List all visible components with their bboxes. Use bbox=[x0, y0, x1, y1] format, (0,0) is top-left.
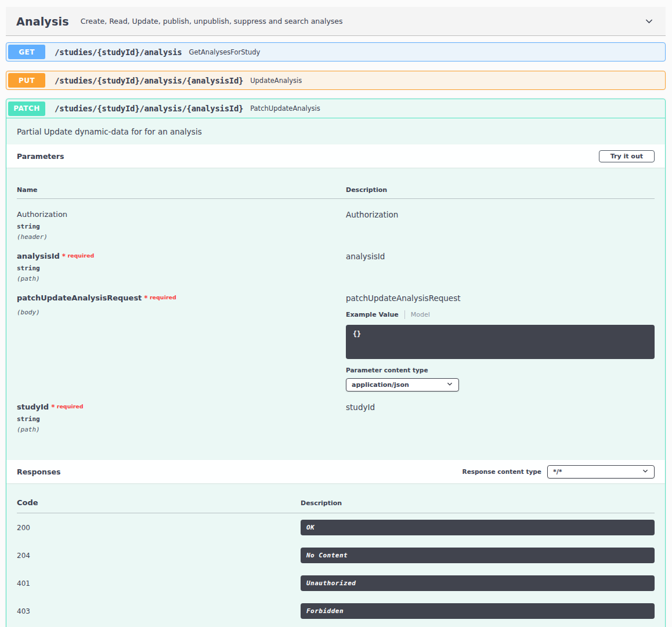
response-code: 204 bbox=[17, 552, 301, 560]
operation-id: PatchUpdateAnalysis bbox=[250, 104, 320, 113]
parameter-content-type-label: Parameter content type bbox=[346, 367, 655, 374]
tag-title: Analysis bbox=[16, 15, 69, 28]
tag-description: Create, Read, Update, publish, unpublish… bbox=[81, 17, 343, 26]
param-type: string bbox=[17, 264, 346, 272]
param-row-analysisid: analysisId* required string (path) analy… bbox=[17, 241, 655, 282]
param-name-cell: patchUpdateAnalysisRequest* required (bo… bbox=[17, 293, 346, 392]
response-content-type-label: Response content type bbox=[463, 468, 541, 475]
chevron-down-icon bbox=[642, 467, 649, 476]
response-code: 200 bbox=[17, 524, 301, 532]
parameters-table: Name Description Authorization string (h… bbox=[6, 168, 665, 460]
response-row-200: 200 OK bbox=[17, 520, 655, 535]
required-marker: * required bbox=[51, 403, 83, 409]
response-content-type: Response content type */* bbox=[463, 465, 655, 479]
selected-value: */* bbox=[553, 468, 562, 476]
param-name: analysisId* required bbox=[17, 252, 346, 260]
param-name-cell: studyId* required string (path) bbox=[17, 403, 346, 433]
parameter-content-type-select[interactable]: application/json bbox=[346, 378, 459, 392]
param-type: string bbox=[17, 223, 346, 230]
chevron-down-icon[interactable] bbox=[644, 16, 654, 26]
column-header-description: Description bbox=[346, 186, 655, 194]
method-badge-patch: PATCH bbox=[8, 102, 45, 116]
example-code-block[interactable]: {} bbox=[346, 325, 655, 359]
responses-section-header: Responses Response content type */* bbox=[6, 460, 665, 483]
response-code: 401 bbox=[17, 579, 301, 588]
method-badge-put: PUT bbox=[8, 73, 45, 88]
opblock-put[interactable]: PUT /studies/{studyId}/analysis/{analysi… bbox=[6, 71, 666, 90]
response-description: OK bbox=[301, 520, 655, 535]
response-description: Forbidden bbox=[301, 603, 655, 619]
opblock-patch: PATCH /studies/{studyId}/analysis/{analy… bbox=[6, 99, 666, 627]
tab-divider bbox=[404, 310, 405, 319]
param-name-cell: analysisId* required string (path) bbox=[17, 252, 346, 282]
method-badge-get: GET bbox=[8, 45, 45, 59]
swagger-page: Analysis Create, Read, Update, publish, … bbox=[0, 0, 672, 627]
parameters-table-head: Name Description bbox=[17, 178, 655, 199]
column-header-name: Name bbox=[17, 186, 346, 194]
param-row-patchupdateanalysisrequest: patchUpdateAnalysisRequest* required (bo… bbox=[17, 282, 655, 392]
selected-value: application/json bbox=[352, 381, 409, 389]
param-description: patchUpdateAnalysisRequest bbox=[346, 293, 655, 303]
tag-header-analysis[interactable]: Analysis Create, Read, Update, publish, … bbox=[6, 7, 666, 36]
param-name-cell: Authorization string (header) bbox=[17, 210, 346, 241]
required-marker: * required bbox=[62, 252, 94, 259]
param-name: studyId* required bbox=[17, 403, 346, 411]
column-header-code: Code bbox=[17, 498, 301, 507]
response-row-401: 401 Unauthorized bbox=[17, 575, 655, 591]
param-desc-cell: Authorization bbox=[346, 210, 655, 241]
param-location: (body) bbox=[17, 309, 346, 316]
endpoint-path: /studies/{studyId}/analysis/{analysisId} bbox=[55, 76, 243, 85]
response-description: Unauthorized bbox=[301, 575, 655, 591]
operation-id: UpdateAnalysis bbox=[250, 77, 302, 85]
param-desc-cell: patchUpdateAnalysisRequest Example Value… bbox=[346, 293, 655, 392]
opblock-get[interactable]: GET /studies/{studyId}/analysis GetAnaly… bbox=[6, 42, 666, 61]
response-description: No Content bbox=[301, 548, 655, 563]
param-location: (path) bbox=[17, 275, 346, 282]
param-description: studyId bbox=[346, 403, 655, 412]
param-row-authorization: Authorization string (header) Authorizat… bbox=[17, 199, 655, 241]
response-row-403: 403 Forbidden bbox=[17, 603, 655, 619]
param-desc-cell: studyId bbox=[346, 403, 655, 433]
opblock-patch-summary[interactable]: PATCH /studies/{studyId}/analysis/{analy… bbox=[6, 99, 665, 118]
chevron-down-icon bbox=[446, 380, 453, 389]
operation-description: Partial Update dynamic-data for for an a… bbox=[6, 118, 665, 144]
endpoint-path: /studies/{studyId}/analysis/{analysisId} bbox=[55, 104, 243, 113]
required-marker: * required bbox=[144, 294, 176, 300]
responses-title: Responses bbox=[17, 467, 60, 476]
param-name: patchUpdateAnalysisRequest* required bbox=[17, 293, 346, 302]
param-name: Authorization bbox=[17, 210, 346, 219]
param-desc-cell: analysisId bbox=[346, 252, 655, 282]
param-location: (path) bbox=[17, 426, 346, 433]
param-location: (header) bbox=[17, 233, 346, 241]
endpoint-path: /studies/{studyId}/analysis bbox=[55, 48, 182, 57]
response-code: 403 bbox=[17, 607, 301, 615]
responses-table: Code Description 200 OK 204 No Content 4… bbox=[6, 483, 665, 627]
tab-example-value[interactable]: Example Value bbox=[346, 311, 399, 318]
param-description: Authorization bbox=[346, 210, 655, 219]
param-description: analysisId bbox=[346, 252, 655, 261]
param-row-studyid: studyId* required string (path) studyId bbox=[17, 392, 655, 433]
param-type: string bbox=[17, 415, 346, 423]
response-row-204: 204 No Content bbox=[17, 548, 655, 563]
responses-table-head: Code Description bbox=[17, 491, 655, 513]
tab-model[interactable]: Model bbox=[411, 311, 430, 318]
column-header-description: Description bbox=[301, 499, 655, 507]
example-model-tabs: Example Value Model bbox=[346, 310, 655, 319]
operation-id: GetAnalysesForStudy bbox=[189, 48, 260, 56]
try-it-out-button[interactable]: Try it out bbox=[599, 150, 655, 162]
parameters-title: Parameters bbox=[17, 152, 64, 161]
parameters-section-header: Parameters Try it out bbox=[6, 144, 665, 168]
response-content-type-select[interactable]: */* bbox=[547, 465, 655, 479]
